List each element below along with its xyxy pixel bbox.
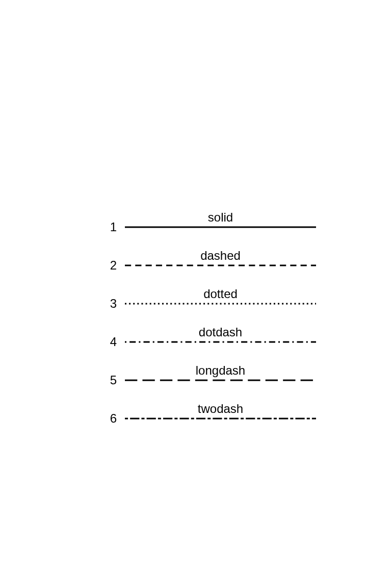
line-label: longdash: [125, 363, 316, 378]
line-sample: twodash: [125, 411, 316, 426]
line-sample: dotted: [125, 296, 316, 311]
line-label: dotdash: [125, 325, 316, 339]
row-index: 6: [102, 411, 125, 426]
linetype-row: 2 dashed: [102, 258, 316, 273]
line-label: dashed: [125, 249, 316, 263]
longdash-line-icon: [125, 379, 316, 381]
row-index: 3: [102, 297, 125, 311]
line-label: dotted: [125, 287, 316, 301]
linetype-row: 4 dotdash: [102, 334, 316, 350]
row-index: 4: [102, 335, 125, 349]
twodash-line-icon: [125, 418, 316, 420]
line-sample: dotdash: [125, 334, 316, 350]
row-index: 5: [102, 373, 125, 387]
line-label: twodash: [125, 402, 316, 416]
dashed-line-icon: [125, 264, 316, 266]
line-sample: solid: [125, 219, 316, 235]
linetype-row: 3 dotted: [102, 296, 316, 311]
solid-line-icon: [125, 226, 316, 228]
row-index: 2: [102, 258, 125, 273]
linetype-row: 5 longdash: [102, 373, 316, 388]
linetype-row: 1 solid: [102, 219, 316, 235]
line-sample: dashed: [125, 258, 316, 273]
line-sample: longdash: [125, 373, 316, 388]
row-index: 1: [102, 220, 125, 234]
dotted-line-icon: [125, 303, 316, 305]
dotdash-line-icon: [125, 341, 316, 343]
linetype-legend: 1 solid 2 dashed 3 dotted 4 dotdash: [102, 219, 316, 449]
linetype-row: 6 twodash: [102, 411, 316, 426]
line-label: solid: [125, 210, 316, 225]
